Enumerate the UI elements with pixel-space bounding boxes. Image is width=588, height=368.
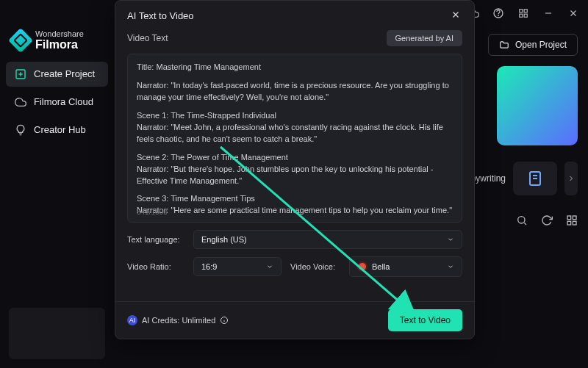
sidebar-item-label: Create Project (34, 68, 95, 79)
video-ratio-label: Video Ratio: (127, 262, 184, 271)
script-title: Title: Mastering Time Management (137, 62, 453, 73)
select-value: English (US) (201, 235, 247, 244)
sidebar-item-create-project[interactable]: Create Project (6, 62, 108, 87)
open-project-label: Open Project (515, 40, 567, 50)
support-icon[interactable] (492, 7, 504, 19)
carousel-next[interactable] (564, 162, 578, 195)
chevron-right-icon (567, 174, 576, 183)
video-voice-select[interactable]: Bella (349, 256, 462, 277)
modal-title: AI Text to Video (127, 10, 194, 21)
minimize-icon[interactable] (542, 7, 554, 19)
svg-rect-16 (573, 216, 576, 220)
sidebar-item-label: Creator Hub (34, 124, 86, 135)
svg-point-1 (498, 15, 499, 16)
svg-rect-3 (524, 10, 527, 12)
script-line: Scene 3: Time Management TipsNarrator: "… (137, 193, 453, 217)
preset-card[interactable] (497, 66, 578, 145)
plus-square-icon (15, 68, 26, 80)
svg-rect-2 (520, 10, 523, 12)
ai-text-to-video-modal: AI Text to Video Video Text Generated by… (115, 0, 475, 339)
info-icon[interactable] (220, 316, 229, 325)
video-text-label: Video Text (127, 33, 168, 43)
sidebar: Wondershare Filmora Create Project Filmo… (0, 26, 114, 368)
text-language-label: Text language: (127, 235, 184, 244)
brand-name: Filmora (35, 38, 84, 51)
grid-icon[interactable] (566, 214, 578, 226)
open-project-button[interactable]: Open Project (488, 34, 578, 56)
svg-point-13 (518, 217, 525, 223)
voice-avatar-icon (357, 261, 368, 272)
folder-icon (499, 40, 509, 50)
video-ratio-select[interactable]: 16:9 (193, 257, 282, 276)
bulb-icon (15, 124, 26, 136)
text-to-video-button[interactable]: Text to Video (388, 309, 462, 331)
svg-rect-4 (520, 14, 523, 17)
svg-rect-5 (524, 14, 527, 17)
sidebar-thumbnail (9, 308, 105, 359)
copywriting-card[interactable] (513, 162, 557, 195)
script-line: Scene 1: The Time-Strapped IndividualNar… (137, 110, 453, 145)
select-value: Bella (372, 262, 390, 271)
svg-rect-18 (573, 221, 576, 225)
sidebar-item-creator-hub[interactable]: Creator Hub (6, 118, 108, 142)
chevron-down-icon (447, 263, 454, 270)
ai-credits-info: AI AI Credits: Unlimited (127, 315, 229, 325)
svg-rect-17 (567, 221, 571, 225)
script-line: Scene 2: The Power of Time ManagementNar… (137, 152, 453, 187)
cloud-icon (15, 96, 26, 108)
sidebar-item-label: Filmora Cloud (34, 96, 93, 107)
video-voice-label: Video Voice: (290, 262, 340, 271)
sidebar-item-filmora-cloud[interactable]: Filmora Cloud (6, 90, 108, 115)
search-icon[interactable] (516, 214, 528, 226)
select-value: 16:9 (201, 262, 217, 271)
chevron-down-icon (447, 236, 454, 243)
apps-icon[interactable] (517, 7, 529, 19)
logo-mark-icon (8, 28, 33, 53)
chevron-down-icon (266, 263, 273, 270)
text-language-select[interactable]: English (US) (193, 230, 462, 249)
brand-small: Wondershare (35, 29, 84, 38)
doc-ai-icon (526, 170, 544, 187)
script-textarea[interactable]: Title: Mastering Time Management Narrato… (127, 54, 462, 223)
app-logo: Wondershare Filmora (6, 26, 108, 62)
ai-badge-icon: AI (127, 315, 137, 325)
generated-by-ai-button[interactable]: Generated by AI (387, 30, 463, 46)
window-close-icon[interactable] (567, 7, 579, 19)
script-line: Narrator: "In today's fast-paced world, … (137, 80, 453, 104)
credits-label: AI Credits: Unlimited (142, 316, 215, 325)
char-counter: 841/1000 (137, 207, 168, 218)
svg-line-14 (524, 223, 526, 225)
svg-rect-15 (567, 216, 571, 220)
close-icon (451, 10, 461, 20)
modal-close-button[interactable] (451, 10, 462, 21)
refresh-icon[interactable] (541, 214, 553, 226)
